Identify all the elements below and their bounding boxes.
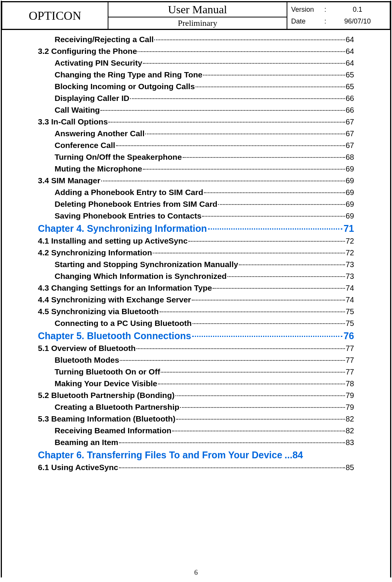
toc-entry-page: 78 <box>346 379 354 388</box>
toc-chapter-row[interactable]: Chapter 4. Synchronizing Information71 <box>38 223 354 234</box>
dot-leader <box>218 204 345 205</box>
toc-sub-row[interactable]: Changing the Ring Type and Ring Tone65 <box>38 70 354 79</box>
toc-sub-row[interactable]: Creating a Bluetooth Partnership79 <box>38 403 354 412</box>
toc-sub-row[interactable]: Receiving/Rejecting a Call64 <box>38 35 354 44</box>
toc-entry-page: 82 <box>346 415 354 423</box>
toc-entry-page: 64 <box>346 47 354 56</box>
dot-leader <box>196 87 345 87</box>
dot-leader <box>180 407 345 408</box>
version-label: Version <box>291 6 321 14</box>
meta-cell: Version : 0.1 Date : 96/07/10 <box>287 2 390 29</box>
date-value: 96/07/10 <box>329 17 386 25</box>
toc-entry-title: 4.1 Installing and setting up ActiveSync <box>38 236 188 245</box>
toc-entry-page: 69 <box>346 200 354 209</box>
toc-section-row[interactable]: 3.4 SIM Manager69 <box>38 176 354 185</box>
toc-entry-page: 65 <box>346 71 354 79</box>
toc-entry-title: 4.3 Changing Settings for an Information… <box>38 283 212 293</box>
dot-leader <box>208 228 342 230</box>
toc-section-row[interactable]: 5.2 Bluetooth Partnership (Bonding)79 <box>38 391 354 400</box>
toc-chapter-page: ...84 <box>285 450 303 461</box>
dot-leader <box>176 395 345 396</box>
toc-sub-row[interactable]: Starting and Stopping Synchronization Ma… <box>38 260 354 269</box>
toc-sub-row[interactable]: Activating PIN Security64 <box>38 58 354 68</box>
toc-entry-title: Beaming an Item <box>55 438 118 447</box>
dot-leader <box>158 384 345 384</box>
toc-section-row[interactable]: 4.3 Changing Settings for an Information… <box>38 283 354 293</box>
dot-leader <box>204 192 345 193</box>
toc-sub-row[interactable]: Making Your Device Visible78 <box>38 379 354 388</box>
toc-entry-page: 67 <box>346 118 354 126</box>
toc-entry-title: 5.2 Bluetooth Partnership (Bonding) <box>38 391 175 400</box>
page-number: 6 <box>0 569 392 577</box>
toc-entry-page: 66 <box>346 106 354 115</box>
toc-entry-page: 72 <box>346 249 354 257</box>
dot-leader <box>119 467 345 468</box>
colon-icon: : <box>321 6 329 14</box>
dot-leader <box>203 75 345 76</box>
toc-entry-title: Turning On/Off the Speakerphone <box>55 153 182 162</box>
toc-section-row[interactable]: 5.3 Beaming Information (Bluetooth)82 <box>38 414 354 423</box>
toc-section-row[interactable]: 6.1 Using ActiveSync85 <box>38 463 354 472</box>
brand-text: OPTICON <box>29 9 82 23</box>
toc-entry-title: 4.5 Synchronizing via Bluetooth <box>38 307 159 316</box>
toc-entry-title: Conference Call <box>55 141 115 150</box>
toc-sub-row[interactable]: Connecting to a PC Using Bluetooth75 <box>38 319 354 328</box>
toc-section-row[interactable]: 4.5 Synchronizing via Bluetooth75 <box>38 307 354 316</box>
toc-entry-page: 74 <box>346 296 354 304</box>
dot-leader <box>119 442 345 443</box>
toc-sub-row[interactable]: Adding a Phonebook Entry to SIM Card69 <box>38 188 354 197</box>
dot-leader <box>143 63 345 64</box>
toc-section-row[interactable]: 4.4 Synchronizing with Exchange Server74 <box>38 295 354 304</box>
toc-entry-page: 69 <box>346 165 354 173</box>
toc-sub-row[interactable]: Turning Bluetooth On or Off77 <box>38 367 354 376</box>
toc-sub-row[interactable]: Beaming an Item83 <box>38 438 354 447</box>
toc-section-row[interactable]: 3.3 In-Call Options67 <box>38 117 354 126</box>
dot-leader <box>161 372 345 373</box>
toc-section-row[interactable]: 3.2 Configuring the Phone64 <box>38 47 354 56</box>
toc-entry-page: 65 <box>346 82 354 91</box>
toc-entry-page: 69 <box>346 188 354 197</box>
title-cell: User Manual Preliminary <box>108 2 287 29</box>
toc-entry-page: 68 <box>346 153 354 162</box>
toc-chapter-row[interactable]: Chapter 5. Bluetooth Connections76 <box>38 330 354 341</box>
toc-entry-title: Activating PIN Security <box>55 58 142 68</box>
toc-sub-row[interactable]: Receiving Beamed Information82 <box>38 426 354 435</box>
toc-entry-page: 77 <box>346 368 354 376</box>
dot-leader <box>193 323 345 324</box>
toc-entry-page: 64 <box>346 59 354 68</box>
toc-sub-row[interactable]: Saving Phonebook Entries to Contacts69 <box>38 211 354 220</box>
dot-leader <box>172 431 345 431</box>
toc-sub-row[interactable]: Displaying Caller ID66 <box>38 94 354 103</box>
toc-entry-title: 6.1 Using ActiveSync <box>38 463 118 472</box>
dot-leader <box>101 181 345 181</box>
toc-sub-row[interactable]: Muting the Microphone69 <box>38 164 354 173</box>
dot-leader <box>136 348 345 349</box>
toc-chapter-page: 71 <box>343 223 354 234</box>
toc-section-row[interactable]: 4.2 Synchronizing Information72 <box>38 248 354 257</box>
toc-chapter-row[interactable]: Chapter 6. Transferring Files To and Fro… <box>38 450 354 461</box>
toc-sub-row[interactable]: Conference Call67 <box>38 141 354 150</box>
toc-entry-title: 4.2 Synchronizing Information <box>38 248 152 257</box>
toc-entry-page: 74 <box>346 284 354 293</box>
toc-entry-page: 82 <box>346 426 354 435</box>
toc-sub-row[interactable]: Turning On/Off the Speakerphone68 <box>38 153 354 162</box>
toc-sub-row[interactable]: Call Waiting66 <box>38 105 354 115</box>
toc-entry-page: 69 <box>346 176 354 185</box>
toc-section-row[interactable]: 4.1 Installing and setting up ActiveSync… <box>38 236 354 245</box>
toc-sub-row[interactable]: Bluetooth Modes77 <box>38 355 354 365</box>
dot-leader <box>202 216 345 217</box>
toc-entry-title: Displaying Caller ID <box>55 94 129 103</box>
dot-leader <box>145 134 345 134</box>
toc-entry-page: 73 <box>346 272 354 281</box>
toc-section-row[interactable]: 5.1 Overview of Bluetooth77 <box>38 344 354 353</box>
dot-leader <box>176 419 345 420</box>
dot-leader <box>130 98 345 99</box>
toc-sub-row[interactable]: Answering Another Call67 <box>38 129 354 138</box>
toc-entry-title: Muting the Microphone <box>55 164 142 173</box>
toc-sub-row[interactable]: Changing Which Information is Synchroniz… <box>38 272 354 281</box>
dot-leader <box>188 241 345 242</box>
toc-entry-title: Connecting to a PC Using Bluetooth <box>55 319 192 328</box>
dot-leader <box>192 336 342 337</box>
toc-sub-row[interactable]: Blocking Incoming or Outgoing Calls65 <box>38 82 354 91</box>
toc-sub-row[interactable]: Deleting Phonebook Entries from SIM Card… <box>38 200 354 209</box>
